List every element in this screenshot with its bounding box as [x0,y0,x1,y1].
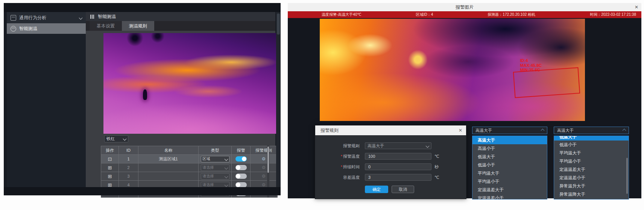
table-scrollbar-thumb[interactable] [267,147,269,173]
chevron-down-icon [224,157,228,161]
alarm-toggle[interactable] [235,174,247,179]
alarm-temperature-input[interactable] [368,154,429,159]
analysis-icon [11,15,16,21]
sidebar-item-smart-thermometry[interactable]: 智能测温 [7,23,86,34]
dropdown-option[interactable]: 异常温升大于 [554,182,629,190]
alarm-info-bar: 温度报警-高温大于40℃ 区域ID：4 探测器：172.20.20.102 相机… [288,11,641,18]
chevron-down-icon [224,183,228,187]
add-region-icon[interactable]: ⊞ [108,174,112,179]
type-select[interactable]: 请选择 [201,165,229,171]
gear-icon[interactable]: ⚙ [262,157,266,161]
alarm-region-id: 区域ID：4 [416,12,433,17]
dropdown-option[interactable]: 低温小于 [472,161,547,169]
close-icon[interactable]: ✕ [459,125,462,135]
config-window: 通用行为分析 智能测温 智能测温 基本设置 测温规则 铁红 [4,3,281,195]
table-row: ⊡ 1 测温区域1 区域 ⚙ [101,155,278,163]
rule-dropdown-2: 高温大于 低温大于 低温小于 平均温大于 平均温小于 定温温差大于 定温温差小于… [554,127,629,199]
rule-dropdown-2-list: 低温大于 低温小于 平均温大于 平均温小于 定温温差大于 定温温差小于 异常温升… [554,136,629,199]
alarm-toggle[interactable] [235,182,247,187]
tab-thermometry-rules[interactable]: 测温规则 [122,21,154,31]
duration-input[interactable] [368,164,429,169]
rule-dropdown-2-box[interactable]: 高温大于 [554,127,629,134]
alarm-region-outline [513,67,580,98]
thermal-preview-image[interactable] [103,33,278,134]
row-name [138,172,199,180]
rule-dropdown-1-list: 高温大于 高温小于 低温大于 低温小于 平均温大于 平均温小于 定温温差大于 定… [472,136,547,199]
sidebar-group-behavior-analysis[interactable]: 通用行为分析 [7,12,86,23]
chevron-down-icon [123,137,127,141]
person-silhouette [143,89,147,100]
palette-value: 铁红 [106,136,115,142]
dropdown-option[interactable]: 平均温小于 [472,177,547,186]
palette-select[interactable]: 铁红 [104,135,128,142]
col-alarm: 报警 [232,146,251,154]
row-name [138,163,199,172]
col-id: ID [119,146,138,154]
dropdown-value: 高温大于 [557,128,574,133]
sidebar-item-label: 智能测温 [19,26,37,32]
type-select[interactable]: 请选择 [201,173,229,180]
dropdown-option[interactable]: 高温大于 [472,136,547,144]
alarm-toggle[interactable] [235,165,247,170]
rule-dropdown-1: 高温大于 高温大于 高温小于 低温大于 低温小于 平均温大于 平均温小于 定温温… [472,127,547,199]
rule-dropdown-1-box[interactable]: 高温大于 [472,127,547,134]
add-region-icon[interactable]: ⊞ [108,165,112,170]
dropdown-option[interactable]: 定温温差大于 [554,165,629,174]
dropdown-option[interactable]: 平均温大于 [554,149,629,157]
gear-icon[interactable]: ⚙ [262,174,266,178]
thermometer-icon [11,26,16,32]
cancel-button[interactable]: 取消 [392,186,414,193]
table-header-row: 操作 ID 名称 类型 报警 报警规则 [101,146,278,155]
gear-icon[interactable]: ⚙ [262,183,266,187]
dropdown-option[interactable]: 平均温大于 [472,169,547,177]
dropdown-option[interactable]: 定温温差小于 [472,194,547,199]
alarm-time: 时间：2022-03-02 17:21:38 [590,12,636,17]
tab-bar: 基本设置 测温规则 [86,21,275,31]
tab-basic-settings[interactable]: 基本设置 [90,21,122,31]
required-mark: * [341,165,342,169]
panel-scrollbar-thumb[interactable] [277,14,280,35]
module-title: 智能测温 [98,14,116,20]
alarm-toggle[interactable] [235,156,247,162]
tolerance-temperature-input[interactable] [368,175,429,180]
field-alarm-temperature: *报警温度 ℃ [315,153,466,160]
chevron-down-icon [79,16,83,20]
gear-icon[interactable]: ⚙ [262,165,266,170]
row-id: 1 [119,155,138,163]
field-unit: 秒 [434,164,439,170]
alarm-thermal-image: ID:4 MAX:45.8C MIN:35.6C [320,19,585,121]
table-row: ⊞ 2 请选择 ⚙ [101,163,278,172]
required-mark: * [341,154,342,159]
alarm-image-window: 报警图片 ✕ 温度报警-高温大于40℃ 区域ID：4 探测器：172.20.20… [288,3,641,198]
window-bottom-strip [4,187,281,195]
module-header: 智能测温 [86,12,275,21]
panel-scrollbar[interactable] [276,12,281,187]
annotation-id: ID:4 [520,58,542,63]
alarm-message: 温度报警-高温大于40℃ [322,12,361,17]
dropdown-option[interactable]: 高温小于 [472,144,547,153]
alarm-rule-select[interactable]: 高温大于 [365,142,431,149]
dropdown-option[interactable]: 低温小于 [554,141,629,149]
dropdown-option[interactable]: 定温温差大于 [472,186,547,194]
field-unit: ℃ [434,154,439,159]
row-id: 2 [119,163,138,172]
ok-button[interactable]: 确定 [365,186,388,193]
close-icon[interactable]: ✕ [635,3,638,11]
field-label: 持续时间 [343,165,360,169]
alarm-rules-dialog: 报警规则 ✕ 报警规则 高温大于 *报警温度 ℃ *持续时间 秒 [315,125,466,199]
sidebar-group-label: 通用行为分析 [19,15,46,21]
field-label: 容差温度 [343,175,360,180]
dropdown-option[interactable]: 定温温差小于 [554,174,629,182]
type-select[interactable]: 区域 [201,156,229,162]
col-name: 名称 [138,146,199,154]
dropdown-scrollbar-thumb[interactable] [626,158,628,194]
menu-bars-icon[interactable] [90,15,94,19]
dropdown-option[interactable]: 异常温降大于 [554,190,629,198]
screenshot-root: 通用行为分析 智能测温 智能测温 基本设置 测温规则 铁红 [0,0,644,210]
add-region-icon[interactable]: ⊞ [108,183,112,187]
dropdown-option[interactable]: 平均温小于 [554,157,629,165]
region-done-icon[interactable]: ⊡ [108,157,112,162]
dropdown-option[interactable]: 低温大于 [472,153,547,161]
dropdown-option-partial[interactable]: 低温大于 [554,136,629,141]
col-operation: 操作 [101,146,119,154]
